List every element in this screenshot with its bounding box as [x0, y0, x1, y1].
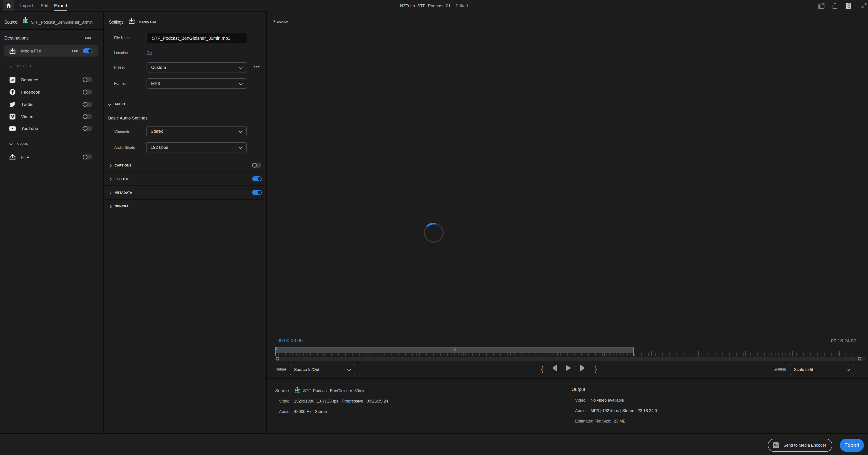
- svg-text:Bē: Bē: [11, 78, 14, 82]
